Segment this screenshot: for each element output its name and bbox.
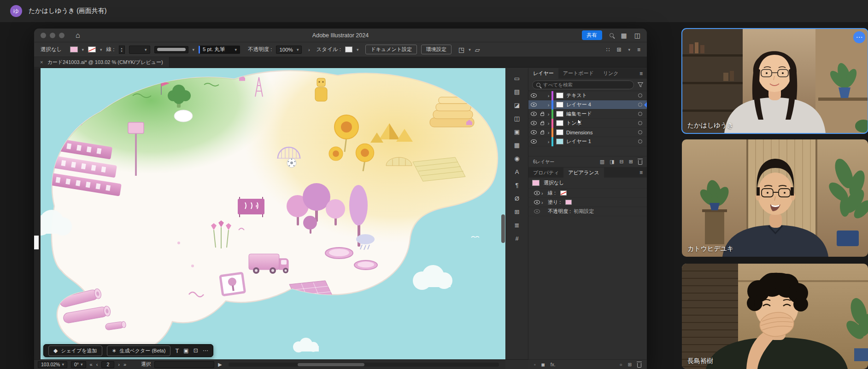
layers-search-input[interactable]	[543, 82, 630, 87]
artboard-number-field[interactable]: 2	[101, 361, 114, 368]
add-shape-button[interactable]: ◆ シェイプを追加	[48, 346, 102, 356]
gradient-panel-icon[interactable]: ▣	[506, 125, 528, 138]
brush-definition-combo[interactable]: 5 pt. 丸筆 ▾	[199, 46, 240, 54]
previous-artboard-icon[interactable]: ‹	[96, 362, 98, 367]
visibility-toggle[interactable]	[528, 103, 539, 107]
target-circle[interactable]	[638, 112, 642, 116]
toolbar-menu-icon[interactable]: ≡	[637, 46, 640, 53]
zoom-combo[interactable]: 103.02% ▾	[38, 361, 67, 368]
transform-panel-icon[interactable]: ⊞	[506, 205, 528, 219]
target-circle[interactable]	[638, 139, 642, 144]
tab-properties[interactable]: プロパティ	[528, 167, 563, 178]
workspace-panels-icon[interactable]: ◫	[634, 32, 640, 39]
dots-grid-icon[interactable]: ∷	[606, 46, 610, 53]
tab-layers[interactable]: レイヤー	[528, 68, 558, 79]
paragraph-panel-icon[interactable]: ¶	[506, 179, 528, 192]
rotation-dropdown-icon[interactable]: ▾	[81, 362, 83, 367]
layer-row[interactable]: › レイヤー 4	[528, 100, 647, 110]
collect-for-export-icon[interactable]: ▥	[600, 159, 604, 165]
lock-toggle[interactable]	[539, 130, 545, 134]
brush-dropdown-icon[interactable]: ▾	[235, 47, 237, 52]
document-tab[interactable]: × カード241003.ai* @ 103.02 % (CMYK/プレビュー)	[34, 57, 170, 67]
participant-tile[interactable]: ⋯ たかはしゆうき	[682, 29, 868, 133]
share-button[interactable]: 共有	[582, 30, 602, 40]
expand-chevron-icon[interactable]: ›	[541, 200, 548, 205]
workspace-grid-icon[interactable]: ▦	[621, 32, 627, 39]
libraries-panel-icon[interactable]: ▤	[506, 85, 528, 98]
width-panel-icon[interactable]: ◫	[506, 112, 528, 125]
layers-search-box[interactable]	[532, 81, 634, 89]
play-icon[interactable]: ▶	[218, 362, 222, 368]
horizontal-scrollbar-thumb[interactable]	[298, 363, 364, 366]
window-zoom-button[interactable]	[59, 33, 65, 38]
tab-links[interactable]: リンク	[598, 68, 623, 79]
visibility-toggle[interactable]	[528, 139, 539, 144]
document-grid-icon[interactable]: ▱	[475, 46, 480, 53]
horizontal-scrollbar[interactable]	[229, 363, 499, 367]
stroke-none-swatch[interactable]	[560, 190, 567, 196]
canvas[interactable]: ◆ シェイプを追加 ∗ 生成ベクター (Beta) T ▣ ⊡ ⋯	[34, 68, 505, 360]
layer-name[interactable]: 編集モード	[566, 110, 638, 117]
lock-toggle[interactable]	[539, 121, 545, 125]
generate-vector-button[interactable]: ∗ 生成ベクター (Beta)	[107, 346, 171, 356]
color-panel-icon[interactable]: ◉	[506, 152, 528, 165]
grid-panel-icon[interactable]: #	[506, 232, 528, 245]
participant-tile[interactable]: カトウヒデユキ	[682, 139, 868, 257]
window-minimize-button[interactable]	[50, 33, 55, 38]
expand-chevron-icon[interactable]: ›	[545, 111, 551, 117]
target-circle[interactable]	[638, 130, 642, 134]
stroke-weight-stepper[interactable]: ▴ ▾	[119, 46, 125, 54]
stepper-down-icon[interactable]: ▾	[121, 50, 122, 52]
variable-width-profile[interactable]	[154, 46, 188, 53]
expand-chevron-icon[interactable]: ›	[545, 93, 551, 98]
tool-options-icon[interactable]: ◳	[458, 46, 464, 53]
appearance-stroke-row[interactable]: › 線 :	[528, 189, 647, 198]
pattern-panel-icon[interactable]: ▦	[506, 138, 528, 152]
tab-artboards[interactable]: アートボード	[558, 68, 598, 79]
style-swatch[interactable]	[345, 46, 352, 52]
target-circle[interactable]	[638, 103, 642, 107]
eye-icon[interactable]	[534, 209, 540, 213]
delete-item-icon[interactable]	[637, 363, 641, 368]
opacity-value[interactable]: 初期設定	[574, 208, 594, 215]
target-circle[interactable]	[638, 121, 642, 125]
tab-appearance[interactable]: アピアランス	[563, 167, 604, 178]
first-artboard-icon[interactable]: «	[90, 362, 93, 367]
visibility-toggle[interactable]	[528, 93, 539, 98]
fill-dropdown-icon[interactable]: ▾	[82, 47, 84, 52]
expand-chevron-icon[interactable]: ›	[545, 139, 551, 144]
window-close-button[interactable]	[41, 33, 46, 38]
preferences-button[interactable]: 環境設定	[421, 45, 452, 54]
opacity-panel-icon[interactable]: Ø	[506, 192, 528, 205]
more-options-icon[interactable]: ⋯	[203, 347, 208, 354]
layer-row[interactable]: › レイヤー 1	[528, 137, 647, 146]
tool-options-dropdown-icon[interactable]: ▾	[469, 47, 471, 52]
shear-panel-icon[interactable]: ◪	[506, 98, 528, 112]
fill-color-swatch[interactable]	[70, 46, 78, 52]
delete-layer-icon[interactable]	[638, 160, 642, 165]
home-icon[interactable]: ⌂	[76, 31, 80, 40]
opacity-combo[interactable]: 100% ▾	[276, 46, 302, 54]
stroke-weight-combo[interactable]: ▾	[129, 46, 150, 54]
tile-options-button[interactable]: ⋯	[853, 31, 865, 43]
combo-dropdown-icon[interactable]: ▾	[145, 47, 147, 52]
layer-row[interactable]: › 編集モード	[528, 110, 647, 119]
last-artboard-icon[interactable]: »	[123, 362, 126, 367]
visibility-toggle[interactable]	[528, 121, 539, 125]
opacity-panel-chevron[interactable]: ›	[306, 47, 312, 52]
layer-name[interactable]: Dimensions	[566, 130, 638, 135]
new-sublayer-icon[interactable]: ⊟	[620, 159, 624, 165]
lock-toggle[interactable]	[539, 112, 545, 116]
target-circle[interactable]	[638, 93, 642, 98]
expand-chevron-icon[interactable]: ›	[545, 121, 551, 126]
document-setup-button[interactable]: ドキュメント設定	[365, 45, 417, 54]
workspace-switcher-icon[interactable]: ⊞	[616, 46, 621, 53]
text-tool-icon[interactable]: T	[175, 347, 179, 354]
panel-menu-icon[interactable]: ≡	[635, 68, 647, 79]
profile-dropdown-icon[interactable]: ▾	[193, 47, 195, 52]
expand-chevron-icon[interactable]: ›	[545, 130, 551, 135]
fill-swatch[interactable]	[565, 200, 572, 205]
stroke-color-swatch[interactable]	[88, 46, 96, 52]
eye-icon[interactable]	[534, 191, 540, 195]
panel-menu-icon[interactable]: ≡	[635, 167, 647, 178]
